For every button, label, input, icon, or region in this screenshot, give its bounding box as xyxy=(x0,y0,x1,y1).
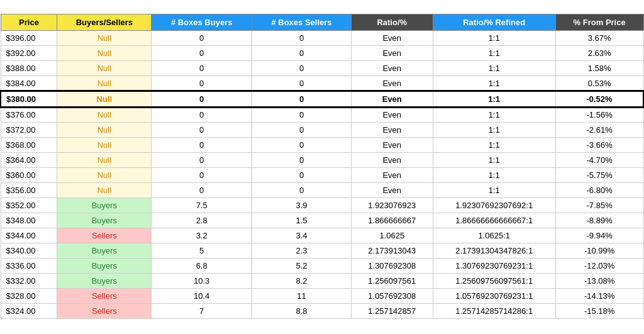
cell-from-price: 0.53% xyxy=(555,76,643,92)
table-row: $356.00Null00Even1:1-6.80% xyxy=(1,183,643,198)
cell-boxes-buyers: 0 xyxy=(152,183,252,198)
cell-ratio-refined: 1:1 xyxy=(433,153,555,168)
cell-ratio: 1.257142857 xyxy=(351,304,433,319)
cell-price: $364.00 xyxy=(1,153,57,168)
cell-price: $344.00 xyxy=(1,228,57,243)
cell-ratio-refined: 1:1 xyxy=(433,46,555,61)
table-row: $384.00Null00Even1:10.53% xyxy=(1,76,643,92)
table-row: $340.00Buyers52.32.1739130432.1739130434… xyxy=(1,243,643,259)
cell-ratio-refined: 2.17391304347826:1 xyxy=(433,243,555,259)
header-ratio-refined: Ratio/% Refined xyxy=(433,14,555,31)
cell-boxes-sellers: 0 xyxy=(252,91,352,107)
cell-buyers-sellers: Null xyxy=(57,107,152,123)
cell-boxes-sellers: 8.8 xyxy=(252,304,352,319)
cell-ratio: 1.057692308 xyxy=(351,289,433,304)
cell-ratio-refined: 1.25609756097561:1 xyxy=(433,274,555,289)
cell-buyers-sellers: Buyers xyxy=(57,243,152,259)
cell-price: $360.00 xyxy=(1,168,57,183)
table-row: $328.00Sellers10.4111.0576923081.0576923… xyxy=(1,289,643,304)
cell-buyers-sellers: Null xyxy=(57,123,152,138)
cell-price: $348.00 xyxy=(1,213,57,228)
table-row: $392.00Null00Even1:12.63% xyxy=(1,46,643,61)
cell-boxes-buyers: 7.5 xyxy=(152,198,252,213)
cell-buyers-sellers: Sellers xyxy=(57,228,152,243)
table-row: $360.00Null00Even1:1-5.75% xyxy=(1,168,643,183)
table-row: $352.00Buyers7.53.91.9230769231.92307692… xyxy=(1,198,643,213)
cell-ratio-refined: 1.25714285714286:1 xyxy=(433,304,555,319)
header-ratio: Ratio/% xyxy=(351,14,433,31)
cell-price: $380.00 xyxy=(1,91,57,107)
cell-boxes-buyers: 0 xyxy=(152,76,252,92)
cell-from-price: -7.85% xyxy=(555,198,643,213)
cell-boxes-sellers: 3.9 xyxy=(252,198,352,213)
cell-ratio: 1.256097561 xyxy=(351,274,433,289)
cell-buyers-sellers: Buyers xyxy=(57,259,152,274)
cell-boxes-sellers: 0 xyxy=(252,46,352,61)
cell-ratio-refined: 1.86666666666667:1 xyxy=(433,213,555,228)
cell-boxes-sellers: 8.2 xyxy=(252,274,352,289)
cell-boxes-sellers: 11 xyxy=(252,289,352,304)
cell-boxes-buyers: 2.8 xyxy=(152,213,252,228)
cell-ratio-refined: 1.0625:1 xyxy=(433,228,555,243)
cell-boxes-buyers: 3.2 xyxy=(152,228,252,243)
cell-ratio: Even xyxy=(351,107,433,123)
cell-boxes-buyers: 0 xyxy=(152,31,252,46)
table-wrapper: Price Buyers/Sellers # Boxes Buyers # Bo… xyxy=(0,0,644,319)
cell-from-price: -6.80% xyxy=(555,183,643,198)
cell-boxes-buyers: 0 xyxy=(152,91,252,107)
cell-ratio-refined: 1.05769230769231:1 xyxy=(433,289,555,304)
cell-ratio-refined: 1:1 xyxy=(433,123,555,138)
table-row: $372.00Null00Even1:1-2.61% xyxy=(1,123,643,138)
cell-ratio-refined: 1:1 xyxy=(433,168,555,183)
cell-boxes-sellers: 0 xyxy=(252,153,352,168)
cell-price: $372.00 xyxy=(1,123,57,138)
cell-ratio: Even xyxy=(351,123,433,138)
cell-boxes-buyers: 0 xyxy=(152,153,252,168)
table-row: $380.00Null00Even1:1-0.52% xyxy=(1,91,643,107)
cell-ratio: Even xyxy=(351,153,433,168)
cell-ratio: Even xyxy=(351,61,433,76)
table-row: $376.00Null00Even1:1-1.56% xyxy=(1,107,643,123)
cell-ratio: 1.0625 xyxy=(351,228,433,243)
cell-buyers-sellers: Null xyxy=(57,153,152,168)
cell-boxes-sellers: 0 xyxy=(252,107,352,123)
cell-from-price: -0.52% xyxy=(555,91,643,107)
cell-ratio-refined: 1:1 xyxy=(433,183,555,198)
cell-ratio: Even xyxy=(351,183,433,198)
cell-buyers-sellers: Null xyxy=(57,61,152,76)
cell-ratio: 1.866666667 xyxy=(351,213,433,228)
cell-buyers-sellers: Null xyxy=(57,91,152,107)
cell-boxes-buyers: 0 xyxy=(152,168,252,183)
cell-ratio: Even xyxy=(351,76,433,92)
cell-price: $388.00 xyxy=(1,61,57,76)
cell-boxes-buyers: 0 xyxy=(152,138,252,153)
cell-boxes-buyers: 5 xyxy=(152,243,252,259)
table-row: $364.00Null00Even1:1-4.70% xyxy=(1,153,643,168)
cell-ratio-refined: 1:1 xyxy=(433,76,555,92)
cell-boxes-sellers: 5.2 xyxy=(252,259,352,274)
table-row: $388.00Null00Even1:11.58% xyxy=(1,61,643,76)
cell-boxes-buyers: 7 xyxy=(152,304,252,319)
cell-ratio: Even xyxy=(351,46,433,61)
cell-boxes-buyers: 0 xyxy=(152,107,252,123)
top-bar xyxy=(0,0,644,14)
cell-from-price: -8.89% xyxy=(555,213,643,228)
cell-boxes-sellers: 0 xyxy=(252,61,352,76)
cell-ratio: 2.173913043 xyxy=(351,243,433,259)
cell-from-price: -1.56% xyxy=(555,107,643,123)
main-table: Price Buyers/Sellers # Boxes Buyers # Bo… xyxy=(0,14,644,319)
cell-ratio-refined: 1:1 xyxy=(433,138,555,153)
table-row: $324.00Sellers78.81.2571428571.257142857… xyxy=(1,304,643,319)
cell-price: $324.00 xyxy=(1,304,57,319)
cell-ratio-refined: 1:1 xyxy=(433,61,555,76)
cell-buyers-sellers: Null xyxy=(57,31,152,46)
cell-from-price: -15.18% xyxy=(555,304,643,319)
cell-ratio-refined: 1.30769230769231:1 xyxy=(433,259,555,274)
cell-ratio: 1.307692308 xyxy=(351,259,433,274)
cell-buyers-sellers: Buyers xyxy=(57,213,152,228)
cell-boxes-buyers: 10.3 xyxy=(152,274,252,289)
header-buyers-sellers: Buyers/Sellers xyxy=(57,14,152,31)
cell-buyers-sellers: Buyers xyxy=(57,274,152,289)
cell-from-price: -14.13% xyxy=(555,289,643,304)
cell-ratio: Even xyxy=(351,91,433,107)
